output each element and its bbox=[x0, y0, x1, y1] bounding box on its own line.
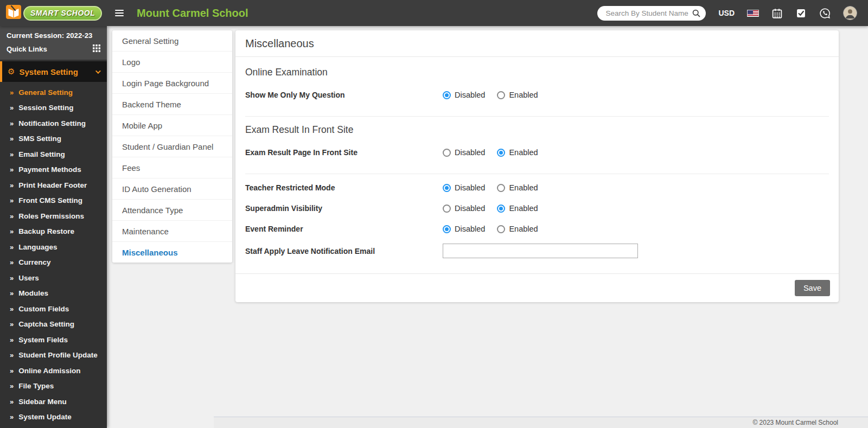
save-button[interactable]: Save bbox=[795, 280, 830, 296]
double-chevron-icon: » bbox=[10, 165, 14, 174]
sidebar-item-front-cms-setting[interactable]: »Front CMS Setting bbox=[0, 193, 107, 209]
sidebar-item-captcha-setting[interactable]: »Captcha Setting bbox=[0, 317, 107, 333]
subnav-item-fees[interactable]: Fees bbox=[112, 157, 232, 178]
calendar-icon[interactable] bbox=[771, 8, 783, 19]
current-session-label: Current Session: 2022-23 bbox=[7, 31, 100, 40]
sidebar-item-system-update[interactable]: »System Update bbox=[0, 410, 107, 425]
radio-icon[interactable] bbox=[497, 225, 505, 233]
radio-enabled[interactable]: Enabled bbox=[497, 91, 538, 99]
header-actions: USD bbox=[597, 6, 868, 21]
task-check-icon[interactable] bbox=[795, 8, 807, 19]
sidebar-item-currency[interactable]: »Currency bbox=[0, 255, 107, 271]
page-footer: © 2023 Mount Carmel School bbox=[214, 417, 868, 428]
sidebar-item-roles-permissions[interactable]: »Roles Permissions bbox=[0, 208, 107, 224]
hamburger-icon[interactable] bbox=[115, 10, 124, 17]
radio-group: Disabled Enabled bbox=[443, 91, 538, 99]
double-chevron-icon: » bbox=[10, 196, 14, 205]
double-chevron-icon: » bbox=[10, 150, 14, 158]
radio-icon[interactable] bbox=[443, 184, 451, 192]
double-chevron-icon: » bbox=[10, 367, 14, 375]
grid-icon[interactable] bbox=[93, 44, 100, 54]
double-chevron-icon: » bbox=[10, 351, 14, 359]
radio-enabled[interactable]: Enabled bbox=[497, 225, 538, 233]
sidebar-item-print-header-footer[interactable]: »Print Header Footer bbox=[0, 177, 107, 193]
setting-row-event-reminder: Event Reminder Disabled Enabled bbox=[245, 223, 829, 235]
radio-disabled[interactable]: Disabled bbox=[443, 204, 485, 213]
radio-icon[interactable] bbox=[497, 184, 505, 192]
sidebar-item-label: Roles Permissions bbox=[18, 212, 84, 220]
setting-label: Staff Apply Leave Notification Email bbox=[245, 247, 443, 255]
app-logo[interactable]: SMART SCHOOL bbox=[0, 4, 107, 22]
double-chevron-icon: » bbox=[10, 88, 14, 97]
subnav-item-miscellaneous[interactable]: Miscellaneous bbox=[112, 242, 232, 263]
search-input[interactable] bbox=[597, 6, 706, 21]
subnav-item-id-auto-generation[interactable]: ID Auto Generation bbox=[112, 178, 232, 200]
language-flag-icon[interactable] bbox=[747, 10, 759, 17]
staff-leave-email-input[interactable] bbox=[443, 244, 638, 258]
radio-label: Disabled bbox=[455, 148, 485, 157]
sidebar-item-session-setting[interactable]: »Session Setting bbox=[0, 100, 107, 116]
radio-label: Enabled bbox=[509, 148, 538, 157]
radio-label: Enabled bbox=[509, 225, 538, 233]
radio-disabled[interactable]: Disabled bbox=[443, 183, 485, 192]
subnav-item-general-setting[interactable]: General Setting bbox=[112, 30, 232, 52]
radio-icon[interactable] bbox=[443, 91, 451, 99]
subnav-item-backend-theme[interactable]: Backend Theme bbox=[112, 94, 232, 115]
sidebar-item-label: File Types bbox=[18, 382, 54, 390]
radio-icon[interactable] bbox=[497, 149, 505, 157]
sidebar-item-users[interactable]: »Users bbox=[0, 270, 107, 286]
sidebar-item-email-setting[interactable]: »Email Setting bbox=[0, 146, 107, 162]
sidebar-item-online-admission[interactable]: »Online Admission bbox=[0, 363, 107, 379]
radio-disabled[interactable]: Disabled bbox=[443, 91, 485, 99]
quick-links-label: Quick Links bbox=[7, 45, 47, 53]
sidebar-item-backup-restore[interactable]: »Backup Restore bbox=[0, 224, 107, 240]
left-sidebar: Current Session: 2022-23 Quick Links ⚙ S… bbox=[0, 26, 107, 428]
sidebar-item-system-fields[interactable]: »System Fields bbox=[0, 332, 107, 348]
sidebar-item-label: Notification Setting bbox=[18, 119, 86, 127]
quick-links[interactable]: Quick Links bbox=[7, 44, 100, 54]
radio-disabled[interactable]: Disabled bbox=[443, 225, 485, 233]
subnav-item-attendance-type[interactable]: Attendance Type bbox=[112, 200, 232, 221]
double-chevron-icon: » bbox=[10, 413, 14, 421]
radio-icon[interactable] bbox=[443, 205, 451, 213]
sidebar-item-sidebar-menu[interactable]: »Sidebar Menu bbox=[0, 394, 107, 410]
subnav-item-mobile-app[interactable]: Mobile App bbox=[112, 115, 232, 136]
sidebar-item-custom-fields[interactable]: »Custom Fields bbox=[0, 301, 107, 317]
sidebar-item-label: Backup Restore bbox=[18, 227, 74, 235]
sidebar-item-payment-methods[interactable]: »Payment Methods bbox=[0, 162, 107, 178]
sidebar-item-modules[interactable]: »Modules bbox=[0, 286, 107, 302]
double-chevron-icon: » bbox=[10, 336, 14, 344]
search-icon[interactable] bbox=[692, 9, 701, 20]
content-area: General Setting Logo Login Page Backgrou… bbox=[107, 26, 868, 428]
radio-enabled[interactable]: Enabled bbox=[497, 148, 538, 157]
radio-disabled[interactable]: Disabled bbox=[443, 148, 485, 157]
sidebar-item-general-setting[interactable]: »General Setting bbox=[0, 85, 107, 100]
sidebar-item-notification-setting[interactable]: »Notification Setting bbox=[0, 116, 107, 131]
subnav-item-student-guardian-panel[interactable]: Student / Guardian Panel bbox=[112, 136, 232, 157]
subnav-item-login-page-background[interactable]: Login Page Background bbox=[112, 73, 232, 94]
page-title: Miscellaneous bbox=[235, 30, 839, 57]
sidebar-item-languages[interactable]: »Languages bbox=[0, 239, 107, 255]
sidebar-section-system-setting[interactable]: ⚙ System Setting bbox=[0, 61, 107, 82]
radio-label: Enabled bbox=[509, 91, 538, 99]
setting-row-superadmin-visibility: Superadmin Visibility Disabled Enabled bbox=[245, 202, 829, 214]
radio-icon[interactable] bbox=[497, 91, 505, 99]
sidebar-item-sms-setting[interactable]: »SMS Setting bbox=[0, 131, 107, 147]
subnav-item-maintenance[interactable]: Maintenance bbox=[112, 221, 232, 242]
radio-enabled[interactable]: Enabled bbox=[497, 204, 538, 213]
subnav-item-logo[interactable]: Logo bbox=[112, 52, 232, 73]
sidebar-item-student-profile-update[interactable]: »Student Profile Update bbox=[0, 348, 107, 363]
radio-icon[interactable] bbox=[443, 149, 451, 157]
double-chevron-icon: » bbox=[10, 305, 14, 313]
book-logo-icon bbox=[5, 4, 22, 22]
whatsapp-icon[interactable] bbox=[819, 8, 831, 19]
currency-selector[interactable]: USD bbox=[718, 9, 735, 17]
radio-icon[interactable] bbox=[443, 225, 451, 233]
sidebar-item-label: Languages bbox=[18, 243, 57, 251]
sidebar-item-label: Sidebar Menu bbox=[18, 398, 67, 406]
sidebar-item-file-types[interactable]: »File Types bbox=[0, 379, 107, 394]
radio-icon[interactable] bbox=[497, 205, 505, 213]
student-search bbox=[597, 6, 706, 21]
user-avatar[interactable] bbox=[843, 6, 857, 20]
radio-enabled[interactable]: Enabled bbox=[497, 183, 538, 192]
